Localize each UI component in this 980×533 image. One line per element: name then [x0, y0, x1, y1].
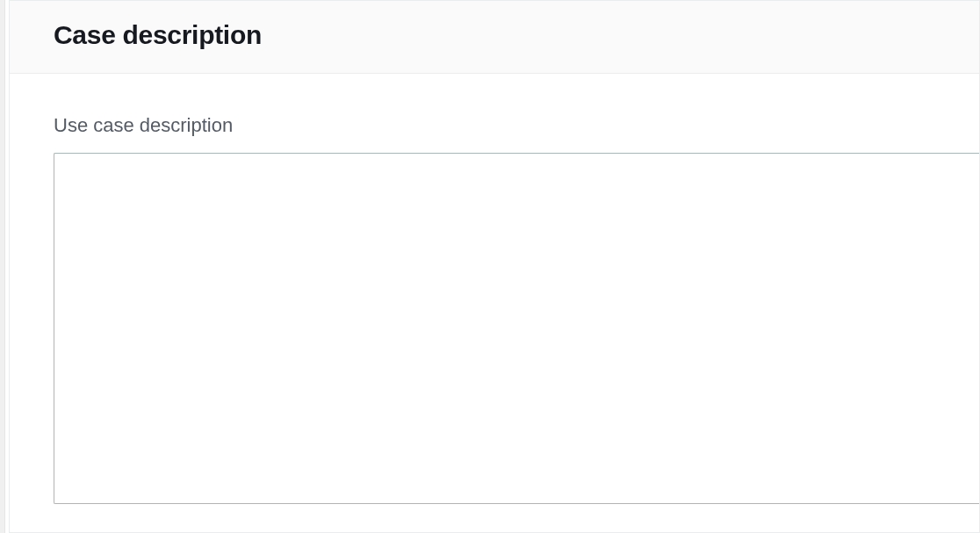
case-description-panel: Case description Use case description [9, 0, 980, 533]
panel-wrapper: Case description Use case description [0, 0, 980, 533]
panel-body: Use case description [10, 74, 979, 508]
panel-title: Case description [54, 20, 935, 50]
panel-header: Case description [10, 1, 979, 74]
use-case-label: Use case description [54, 114, 979, 137]
left-rail-divider [0, 0, 5, 533]
use-case-description-input[interactable] [54, 153, 979, 504]
